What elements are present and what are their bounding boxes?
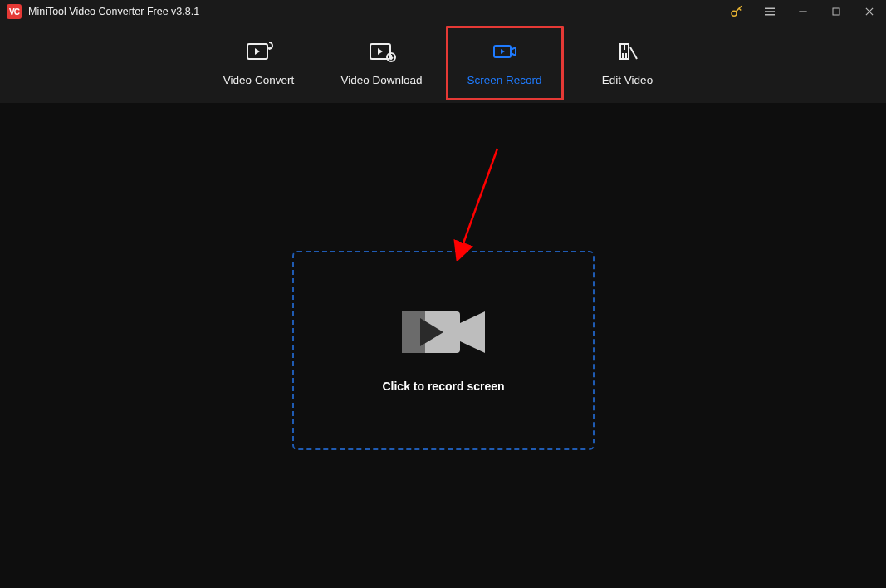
workarea: Click to record screen (0, 103, 886, 588)
tab-video-convert[interactable]: Video Convert (198, 23, 321, 103)
unlock-key-button[interactable] (720, 0, 753, 23)
download-icon (368, 41, 396, 62)
svg-point-0 (732, 11, 737, 16)
tab-edit-video[interactable]: Edit Video (566, 23, 689, 103)
tab-label: Video Download (340, 74, 422, 86)
menu-button[interactable] (753, 0, 786, 23)
maximize-button[interactable] (820, 0, 853, 23)
svg-marker-9 (255, 48, 260, 55)
annotation-arrow (452, 145, 510, 261)
titlebar: VC MiniTool Video Converter Free v3.8.1 (0, 0, 886, 23)
record-drop-zone[interactable]: Click to record screen (292, 251, 595, 450)
tab-video-download[interactable]: Video Download (321, 23, 443, 103)
tabbar: Video Convert Video Download Screen Reco… (0, 23, 886, 103)
tab-label: Video Convert (223, 74, 294, 86)
svg-marker-17 (460, 311, 485, 353)
tab-screen-record[interactable]: Screen Record (443, 23, 566, 103)
window-controls (720, 0, 886, 23)
svg-line-21 (460, 149, 497, 252)
tab-label: Screen Record (467, 74, 541, 86)
edit-icon (614, 41, 642, 62)
record-icon (491, 41, 519, 62)
minimize-button[interactable] (786, 0, 820, 23)
convert-icon (245, 41, 273, 62)
close-button[interactable] (853, 0, 886, 23)
tab-label: Edit Video (602, 74, 653, 86)
camera-icon (402, 308, 485, 356)
app-title: MiniTool Video Converter Free v3.8.1 (28, 6, 199, 17)
svg-marker-11 (378, 48, 383, 55)
drop-text: Click to record screen (382, 380, 504, 393)
svg-marker-15 (501, 49, 505, 54)
svg-rect-5 (833, 8, 839, 15)
app-logo: VC (7, 4, 22, 19)
